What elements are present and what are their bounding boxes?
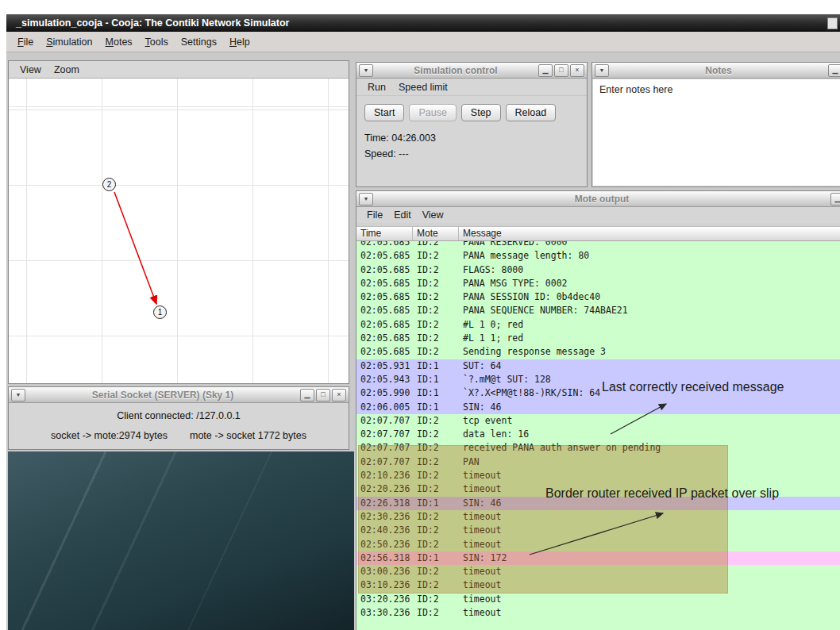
window-menu-button[interactable]: ▼	[359, 193, 373, 206]
window-titlebar[interactable]: ▼ Mote output ▁ □ ×	[356, 191, 840, 207]
row-message: PANA SESSION ID: 0b4dec40	[459, 290, 840, 304]
row-mote: ID:1	[413, 386, 459, 400]
table-row[interactable]: 03:30.236 ID:2 timeout	[356, 606, 840, 620]
row-mote: ID:2	[413, 304, 459, 317]
annotation-last-received: Last correctly received message	[602, 380, 784, 394]
maximize-button[interactable]: □	[316, 389, 330, 401]
column-message[interactable]: Message	[459, 227, 840, 240]
mote-1[interactable]: 1	[153, 305, 167, 319]
notes-editor[interactable]: Enter notes here	[593, 79, 840, 186]
minimize-button[interactable]: ▁	[300, 389, 314, 401]
simulation-buttons: StartPauseStepReload	[364, 104, 587, 121]
row-message: PANA message length: 80	[459, 249, 840, 263]
serial-byte-counters: socket -> mote:2974 bytes mote -> socket…	[9, 430, 349, 441]
titlebar-control-partial[interactable]	[827, 17, 838, 29]
table-row[interactable]: 02:05.685 ID:2 PANA SEQUENCE NUMBER: 74A…	[356, 304, 840, 317]
row-mote: ID:2	[413, 345, 459, 359]
row-message: FLAGS: 8000	[459, 263, 840, 277]
mote-output-menu-item[interactable]: Edit	[388, 208, 417, 222]
simulation-button[interactable]: Reload	[506, 104, 557, 121]
row-message: timeout	[459, 593, 840, 606]
simulation-button[interactable]: Step	[461, 104, 501, 121]
row-mote: ID:2	[413, 414, 459, 428]
table-row[interactable]: 02:05.931 ID:1 SUT: 64	[356, 359, 840, 373]
menubar-item[interactable]: Settings	[175, 34, 223, 50]
window-titlebar[interactable]: ▼ Notes ▁ □ ×	[592, 63, 840, 79]
row-time: 02:05.685	[356, 345, 413, 359]
main-menubar: FileSimulationMotesToolsSettingsHelp	[6, 32, 840, 52]
row-mote: ID:2	[413, 428, 459, 441]
table-row[interactable]: 02:05.685 ID:2 Sending response message …	[356, 345, 840, 359]
row-message: tcp event	[459, 414, 840, 428]
table-row[interactable]: 02:07.707 ID:2 data len: 16	[356, 428, 840, 441]
window-titlebar[interactable]: ▼ Serial Socket (SERVER) (Sky 1) ▁ □ ×	[9, 387, 349, 403]
window-title: _simulation_cooja - Cooja: The Contiki N…	[16, 17, 290, 29]
window-titlebar[interactable]: ▼ Simulation control ▁ □ ×	[356, 63, 587, 79]
row-message: Sending response message 3	[459, 345, 840, 359]
simulation-menu-item[interactable]: Speed limit	[392, 80, 454, 94]
row-time: 03:30.236	[356, 606, 413, 620]
mote-output-menu-item[interactable]: File	[361, 208, 388, 222]
row-time: 03:20.236	[356, 593, 413, 606]
column-mote[interactable]: Mote	[413, 227, 459, 240]
row-message: PANA SEQUENCE NUMBER: 74ABAE21	[459, 304, 840, 317]
row-mote: ID:1	[413, 373, 459, 386]
simulation-menu-item[interactable]: Run	[361, 80, 392, 94]
menubar-item[interactable]: File	[11, 34, 40, 50]
menubar-item[interactable]: Simulation	[40, 34, 98, 50]
menubar-item[interactable]: Motes	[99, 34, 139, 50]
row-time: 02:05.685	[356, 249, 413, 263]
mote-to-socket-bytes: mote -> socket 1772 bytes	[190, 430, 306, 441]
window-menu-button[interactable]: ▼	[595, 64, 609, 77]
maximize-button[interactable]: □	[554, 64, 568, 77]
row-message: #L 1 0; red	[459, 318, 840, 332]
menubar-item[interactable]: Tools	[139, 34, 175, 50]
window-menu-button[interactable]: ▼	[359, 64, 373, 77]
row-time: 02:05.685	[356, 290, 413, 304]
simulation-button[interactable]: Pause	[409, 104, 456, 121]
table-row[interactable]: 03:20.236 ID:2 timeout	[356, 593, 840, 606]
window-title: Serial Socket (SERVER) (Sky 1)	[26, 390, 299, 401]
table-row[interactable]: 02:05.685 ID:2 PANA SESSION ID: 0b4dec40	[356, 290, 840, 304]
row-time: 02:05.931	[356, 359, 413, 373]
network-menubar: ViewZoom	[9, 61, 349, 79]
menubar-item[interactable]: Help	[223, 34, 256, 50]
row-message: timeout	[459, 606, 840, 620]
table-row[interactable]: 02:05.685 ID:2 #L 1 0; red	[356, 318, 840, 332]
window-menu-button[interactable]: ▼	[11, 389, 25, 401]
network-menu-item[interactable]: View	[13, 63, 48, 77]
table-row[interactable]: 02:05.685 ID:2 #L 1 1; red	[356, 332, 840, 345]
table-row[interactable]: 02:05.685 ID:2 PANA MSG TYPE: 0002	[356, 277, 840, 290]
table-row[interactable]: 02:06.005 ID:1 SIN: 46	[356, 401, 840, 414]
simulation-time: Time: 04:26.003	[364, 133, 587, 144]
network-canvas[interactable]: 2 1	[9, 79, 349, 383]
row-mote: ID:1	[413, 359, 459, 373]
network-menu-item[interactable]: Zoom	[48, 63, 86, 77]
row-mote: ID:2	[413, 332, 459, 345]
socket-to-mote-bytes: socket -> mote:2974 bytes	[51, 430, 168, 441]
row-mote: ID:2	[413, 606, 459, 620]
minimize-button[interactable]: ▁	[538, 64, 553, 77]
row-mote: ID:2	[413, 263, 459, 277]
row-mote: ID:2	[413, 318, 459, 332]
row-time: 02:05.685	[356, 277, 413, 290]
row-time: 02:05.943	[356, 373, 413, 386]
row-message: data len: 16	[459, 428, 840, 441]
minimize-button[interactable]: ▁	[830, 193, 840, 206]
table-row[interactable]: 02:05.685 ID:2 FLAGS: 8000	[356, 263, 840, 277]
network-window: ViewZoom 2 1	[8, 60, 349, 384]
minimize-button[interactable]: ▁	[828, 64, 840, 77]
column-time[interactable]: Time	[356, 227, 413, 240]
close-button[interactable]: ×	[570, 64, 584, 77]
mote-output-menu-item[interactable]: View	[417, 208, 449, 222]
titlebar[interactable]: _simulation_cooja - Cooja: The Contiki N…	[6, 14, 840, 32]
row-message: SIN: 46	[459, 401, 840, 414]
mote-2[interactable]: 2	[102, 178, 116, 191]
window-title: Notes	[610, 65, 827, 76]
simulation-button[interactable]: Start	[364, 104, 404, 121]
row-mote: ID:2	[413, 593, 459, 606]
table-row[interactable]: 02:05.685 ID:2 PANA message length: 80	[356, 249, 840, 263]
row-time: 02:06.005	[356, 401, 413, 414]
table-row[interactable]: 02:07.707 ID:2 tcp event	[356, 414, 840, 428]
close-button[interactable]: ×	[332, 389, 346, 401]
